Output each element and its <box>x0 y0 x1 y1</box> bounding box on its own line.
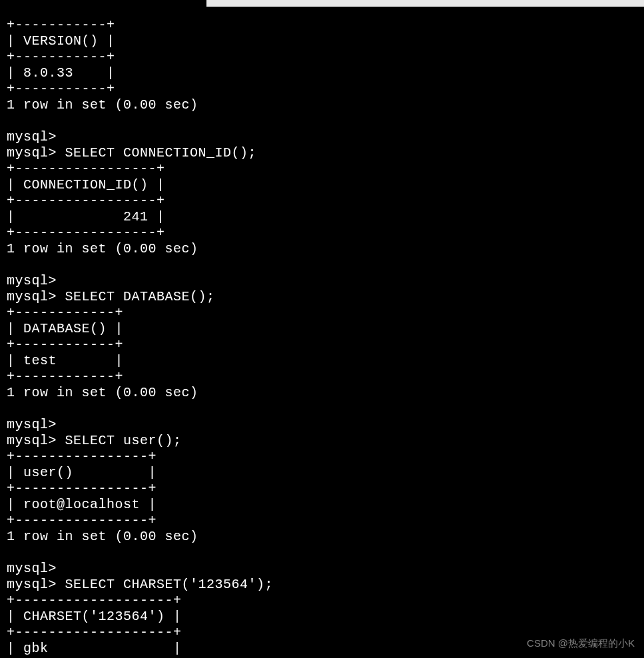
terminal-output[interactable]: +-----------+ | VERSION() | +-----------… <box>0 7 644 658</box>
watermark-text: CSDN @热爱编程的小K <box>527 637 635 650</box>
active-tab[interactable] <box>0 0 206 7</box>
tab-bar <box>0 0 644 7</box>
